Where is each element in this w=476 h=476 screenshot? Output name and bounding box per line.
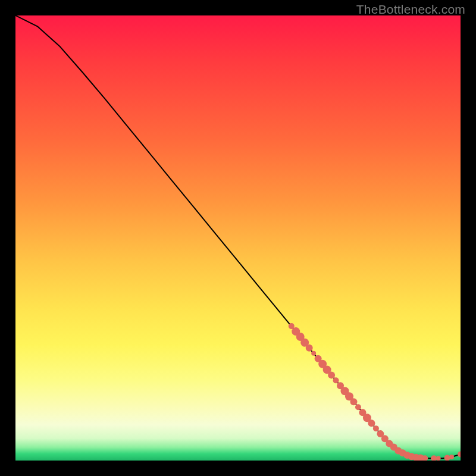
highlight-dots bbox=[289, 323, 461, 461]
highlight-dot bbox=[436, 456, 441, 461]
curve-line bbox=[15, 15, 461, 458]
highlight-dot bbox=[431, 455, 437, 461]
highlight-dot bbox=[333, 377, 339, 383]
watermark-text: TheBottleneck.com bbox=[356, 2, 465, 17]
highlight-dot bbox=[311, 351, 316, 356]
highlight-dot bbox=[355, 404, 361, 410]
curve-path bbox=[15, 15, 461, 458]
highlight-dot bbox=[328, 371, 335, 378]
chart-svg bbox=[15, 15, 461, 461]
highlight-dot bbox=[368, 419, 375, 427]
plot-area bbox=[15, 15, 461, 461]
highlight-dot bbox=[458, 452, 461, 458]
highlight-dot bbox=[373, 425, 379, 431]
highlight-dot bbox=[350, 398, 357, 405]
chart-frame: TheBottleneck.com bbox=[0, 0, 476, 476]
highlight-dot bbox=[449, 455, 454, 459]
highlight-dot bbox=[306, 345, 313, 352]
highlight-dot bbox=[444, 455, 450, 461]
